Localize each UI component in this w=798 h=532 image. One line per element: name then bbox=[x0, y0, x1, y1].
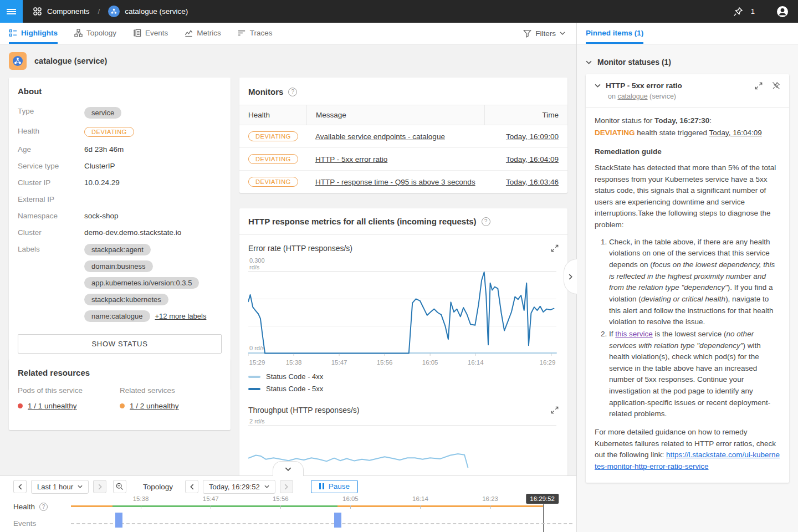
monitor-statuses-group-header[interactable]: Monitor statuses (1) bbox=[586, 52, 789, 74]
about-row-value: 6d 23h 46m bbox=[84, 144, 124, 154]
time-range-back-button[interactable] bbox=[13, 480, 27, 493]
topology-time-forward-button[interactable] bbox=[280, 480, 293, 493]
pin-icon[interactable] bbox=[733, 7, 743, 17]
monitor-health-cell: DEVIATING bbox=[239, 148, 306, 170]
pause-button[interactable]: Pause bbox=[311, 480, 358, 493]
text-run: StackState has detected that more than 5… bbox=[595, 163, 776, 229]
breadcrumb-entity[interactable]: catalogue (service) bbox=[125, 7, 188, 16]
monitor-time-cell: Today, 16:04:09 bbox=[484, 149, 567, 170]
expand-pinned-item-icon[interactable] bbox=[755, 82, 763, 90]
monitor-time-link[interactable]: Today, 16:09:00 bbox=[506, 132, 559, 141]
user-avatar[interactable] bbox=[776, 5, 789, 18]
related-resource-label: Related services bbox=[120, 386, 222, 395]
more-labels-link[interactable]: +12 more labels bbox=[155, 312, 207, 320]
trigger-time-link[interactable]: Today, 16:04:09 bbox=[709, 129, 762, 137]
expand-chart-icon[interactable] bbox=[551, 244, 559, 252]
metrics-icon bbox=[185, 29, 193, 37]
svg-text:16:05: 16:05 bbox=[422, 359, 438, 366]
chevron-down-icon[interactable] bbox=[595, 84, 601, 88]
related-columns: Pods of this service1 / 1 unhealthyRelat… bbox=[18, 386, 222, 410]
remediation-guide-heading: Remediation guide bbox=[595, 146, 780, 158]
timeline-tick-label: 16:05 bbox=[342, 495, 359, 502]
tab-metrics[interactable]: Metrics bbox=[185, 23, 221, 44]
monitor-message-cell: HTTP - 5xx error ratio bbox=[306, 149, 484, 170]
legend-entry: Status Code - 4xx bbox=[248, 372, 559, 381]
monitor-status-trigger-line: DEVIATING health state triggered Today, … bbox=[595, 127, 780, 139]
topology-icon bbox=[74, 29, 83, 37]
monitor-time-link[interactable]: Today, 16:04:09 bbox=[506, 155, 559, 163]
unhealthy-count-link[interactable]: 1 / 1 unhealthy bbox=[28, 402, 77, 410]
catalogue-link[interactable]: catalogue bbox=[617, 93, 647, 100]
tab-traces[interactable]: Traces bbox=[238, 23, 273, 44]
show-status-button[interactable]: SHOW STATUS bbox=[18, 334, 222, 354]
timeline-tick-label: 15:56 bbox=[273, 495, 289, 502]
text-run: is the lowest service ( bbox=[653, 330, 727, 338]
about-row-label: Labels bbox=[18, 244, 84, 253]
monitor-row: DEVIATINGAvailable service endpoints - c… bbox=[239, 125, 567, 148]
text-run: Today, 16:27:30 bbox=[654, 116, 709, 125]
chevron-down-icon bbox=[78, 485, 83, 488]
filters-button[interactable]: Filters bbox=[523, 23, 565, 44]
zoom-out-button[interactable] bbox=[113, 480, 126, 493]
monitor-message-link[interactable]: HTTP - 5xx error ratio bbox=[315, 155, 387, 163]
collapse-timeline-handle[interactable] bbox=[273, 461, 304, 476]
legend-label: Status Code - 4xx bbox=[266, 372, 323, 381]
health-status-badge: DEVIATING bbox=[248, 131, 298, 141]
monitor-message-cell: HTTP - response time - Q95 is above 3 se… bbox=[306, 172, 484, 192]
service-type-icon bbox=[9, 52, 27, 70]
monitors-card: Monitors ? Health Message Time DEVIATING… bbox=[239, 78, 567, 193]
monitor-time-link[interactable]: Today, 16:03:46 bbox=[506, 178, 559, 186]
legend-swatch bbox=[248, 388, 260, 390]
text-run: : bbox=[709, 116, 712, 125]
labels-list: stackpack:agentdomain:businessapp.kubern… bbox=[84, 244, 222, 322]
monitors-help-icon[interactable]: ? bbox=[288, 88, 297, 96]
timeline-tick-mark bbox=[280, 505, 281, 509]
health-timeline-track[interactable]: 15:3815:4715:5616:0516:1416:2316:29:52 bbox=[71, 505, 543, 507]
about-row-label: Health bbox=[18, 126, 84, 135]
events-row-label: Events bbox=[13, 519, 36, 528]
svg-text:15:29: 15:29 bbox=[249, 359, 265, 366]
event-marker[interactable] bbox=[334, 513, 341, 528]
svg-text:0.300: 0.300 bbox=[249, 257, 265, 264]
zoom-out-icon bbox=[116, 483, 124, 490]
events-icon bbox=[133, 29, 141, 37]
unpin-icon[interactable] bbox=[772, 81, 780, 90]
filter-funnel-icon bbox=[523, 29, 531, 38]
tab-highlights[interactable]: Highlights bbox=[9, 23, 58, 44]
expand-chart-icon[interactable] bbox=[551, 406, 559, 414]
chevron-down-icon bbox=[285, 467, 291, 471]
breadcrumb-section[interactable]: Components bbox=[47, 7, 90, 16]
events-timeline-track[interactable] bbox=[71, 523, 572, 524]
topology-time-back-button[interactable] bbox=[185, 480, 198, 493]
remediation-step: Check, in the table above, if there are … bbox=[609, 237, 780, 328]
topology-time-dropdown[interactable]: Today, 16:29:52 bbox=[203, 480, 275, 494]
tab-topology[interactable]: Topology bbox=[74, 23, 116, 44]
label-pill: stackpack:kubernetes bbox=[84, 294, 168, 305]
about-row-label: Cluster IP bbox=[18, 177, 84, 187]
about-row-label: Namespace bbox=[18, 211, 84, 220]
legend-label: Status Code - 5xx bbox=[266, 385, 323, 393]
health-row-label: Health ? bbox=[13, 503, 48, 511]
http-metrics-help-icon[interactable]: ? bbox=[482, 217, 490, 226]
chevron-right-icon bbox=[569, 274, 572, 280]
monitor-message-link[interactable]: Available service endpoints - catalogue bbox=[315, 132, 445, 141]
monitor-row: DEVIATINGHTTP - response time - Q95 is a… bbox=[239, 171, 567, 193]
time-range-dropdown[interactable]: Last 1 hour bbox=[31, 480, 89, 494]
monitors-heading: Monitors bbox=[248, 87, 283, 96]
chevron-down-icon bbox=[560, 32, 565, 35]
related-resource-link-row: 1 / 2 unhealthy bbox=[120, 402, 222, 410]
health-help-icon[interactable]: ? bbox=[39, 503, 48, 511]
about-row-labels: Labelsstackpack:agentdomain:businessapp.… bbox=[18, 244, 222, 322]
monitor-message-link[interactable]: HTTP - response time - Q95 is above 3 se… bbox=[315, 178, 475, 186]
label-pill: name:catalogue bbox=[84, 310, 150, 322]
tab-pinned-items[interactable]: Pinned items (1) bbox=[586, 23, 643, 44]
time-range-forward-button[interactable] bbox=[93, 480, 106, 493]
event-marker[interactable] bbox=[115, 513, 122, 528]
view-tab-bar: Highlights Topology Events Metrics Trace… bbox=[0, 23, 576, 44]
tab-events[interactable]: Events bbox=[133, 23, 168, 44]
unhealthy-count-link[interactable]: 1 / 2 unhealthy bbox=[130, 402, 179, 410]
this-service-link[interactable]: this service bbox=[615, 330, 653, 338]
hamburger-menu-button[interactable] bbox=[0, 0, 23, 23]
about-row: External IP bbox=[18, 194, 222, 203]
about-row: Clusterdemo-dev.demo.stackstate.io bbox=[18, 227, 222, 237]
